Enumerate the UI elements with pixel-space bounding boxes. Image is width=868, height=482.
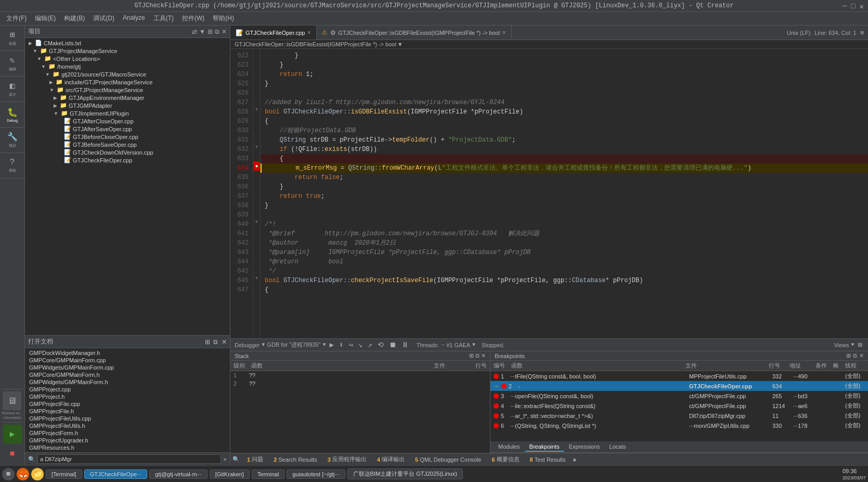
close-button[interactable]: ✕ [860, 2, 864, 11]
bp-row-selected[interactable]: →2 - GTJCheckFileOper.cpp 634 (全部) [490, 381, 868, 391]
dbg-stepover-btn[interactable]: ↪ [347, 340, 354, 350]
stack-row[interactable]: 2 ?? [230, 379, 490, 388]
help-icon-btn[interactable]: ? 帮助 [3, 156, 22, 175]
fold-arrow[interactable]: ▼ [255, 107, 258, 112]
bp-action2[interactable]: ⧉ [853, 352, 857, 359]
bp-row[interactable]: 5 ···ar_t*, std::vector<wchar_t *>&) Dll… [490, 411, 868, 421]
open-doc-item[interactable]: GMPWidgets/GMPMainForm.h [25, 378, 230, 386]
open-doc-item[interactable]: GMPDockWidgetManager.h [25, 349, 230, 357]
open-doc-item[interactable]: GMPResources.h [25, 444, 230, 451]
dbg-stepin-btn[interactable]: ↘ [357, 340, 364, 350]
bp-row[interactable]: 6 ···(QString, QString, QStringList *) ·… [490, 421, 868, 430]
bottom-tab-summary[interactable]: 6 概要信息 [486, 454, 524, 465]
taskbar-terminal2[interactable]: Terminal [252, 470, 285, 479]
tree-item-gtjaftercloseoper[interactable]: ▶ 📝 GTJAfterCloseOper.cpp [25, 117, 230, 125]
maximize-button[interactable]: □ [851, 2, 855, 11]
open-doc-item[interactable]: GMPProjectFile.cpp [25, 400, 230, 408]
tab-close-btn[interactable]: ✕ [307, 30, 311, 35]
tree-item-cmakelists[interactable]: ▶ 📄 CMakeLists.txt [25, 39, 230, 47]
design-icon-btn[interactable]: ◧ 设计 [3, 80, 22, 98]
menu-item-e[interactable]: 编辑(E) [31, 13, 60, 24]
firefox-icon[interactable]: 🦊 [17, 468, 29, 480]
stack-actions[interactable]: ⊞ ⧉ ✕ [469, 352, 486, 359]
file-tree-content[interactable]: ▶ 📄 CMakeLists.txt ▼ 📁 GTJProjectManageS… [25, 38, 230, 335]
fold-arrow[interactable]: ▼ [255, 220, 258, 225]
tree-item-gtjappenvironment[interactable]: ▶ 📁 GTJAppEnvironmentManager [25, 94, 230, 102]
open-doc-item[interactable]: GMPProjectUpgrader.h [25, 437, 230, 444]
tree-item-homegtj[interactable]: ▼ 📁 /home/gtj [25, 62, 230, 70]
bottom-tab-appout[interactable]: 3 应用程序输出 [322, 454, 372, 465]
expand-editor-icon[interactable]: ⊞ [860, 29, 864, 36]
tree-item-otherlocations[interactable]: ▼ 📁 <Other Locations> [25, 55, 230, 62]
expand-icon[interactable]: ⊞ [208, 28, 213, 35]
stop-button[interactable]: ■ [3, 445, 22, 463]
sys-menu-icon[interactable]: ⊞ [2, 468, 15, 480]
open-docs-close[interactable]: ✕ [222, 338, 227, 346]
tree-item-gtjcheckfileoper[interactable]: ▶ 📝 GTJCheckFileOper.cpp [25, 156, 230, 164]
taskbar-terminal[interactable]: [Terminal] [46, 470, 82, 479]
tree-item-gtjimplementuiplugin[interactable]: ▼ 📁 GTJImplementUIPlugin [25, 109, 230, 117]
menu-item-h[interactable]: 帮助(H) [209, 13, 238, 24]
open-doc-item[interactable]: GMPCore/GMPMainForm.cpp [25, 357, 230, 364]
tree-item-gtjprojectmanageservice[interactable]: ▼ 📁 GTJProjectManageService [25, 47, 230, 55]
gdb-dropdown[interactable]: ▼ [323, 342, 326, 348]
bp-tab-modules[interactable]: Modules [494, 442, 525, 452]
bottom-tab-buildout[interactable]: 4 编译输出 [372, 454, 410, 465]
stack-row[interactable]: 1 ?? [230, 371, 490, 379]
menu-item-f[interactable]: 文件(F) [2, 13, 31, 24]
tree-item-gtjgmpadapter[interactable]: ▶ 📁 GTJGMPAdapter [25, 102, 230, 109]
menu-item-b[interactable]: 构建(B) [60, 13, 89, 24]
views-label[interactable]: Views [834, 342, 849, 348]
tree-item-gtjbeforesaveoper[interactable]: ▶ 📝 GTJBeforeSaveOper.cpp [25, 141, 230, 148]
dbg-step-btn[interactable]: ⬇ [338, 340, 345, 350]
open-doc-item[interactable]: GMPProjectFile.h [25, 408, 230, 415]
open-docs-action1[interactable]: ⊞ [205, 338, 210, 346]
close-panel-icon[interactable]: ✕ [222, 28, 227, 35]
bottom-tab-issues[interactable]: 1 问题 [242, 454, 268, 465]
threads-arrow[interactable]: → [441, 342, 444, 348]
bottom-tab-search[interactable]: 2 Search Results [268, 455, 322, 464]
bp-tab-breakpoints[interactable]: Breakpoints [525, 442, 564, 452]
float-icon[interactable]: ⧉ [215, 28, 219, 35]
taskbar-gitkraken[interactable]: [GitKraken] [210, 470, 250, 479]
filter-icon[interactable]: ▼ [199, 28, 205, 35]
breakpoints-content[interactable]: 1 ···tFile(QString const&, bool, bool) M… [490, 371, 868, 441]
tree-item-src[interactable]: ▼ 📁 src/GTJProjectManageService [25, 86, 230, 94]
sync-icon[interactable]: ⇄ [192, 28, 197, 35]
bp-row[interactable]: 1 ···tFile(QString const&, bool, bool) M… [490, 371, 868, 381]
bottom-tab-expand[interactable]: ▲ [571, 456, 579, 463]
fold-arrow[interactable]: ▼ [255, 276, 258, 281]
open-doc-item[interactable]: GMPCore/GMPMainForm.h [25, 371, 230, 378]
menu-item-w[interactable]: 控件(W) [178, 13, 209, 24]
open-doc-item[interactable]: GMPProjectForm.h [25, 429, 230, 437]
taskbar-gtj2025[interactable]: 广联达BIM土建计量平台 GTJ2025(Linux) [347, 468, 463, 479]
dbg-interrupt-btn[interactable]: ⏸ [400, 340, 410, 350]
welcome-icon-btn[interactable]: ⊞ 欢迎 [3, 29, 22, 47]
bp-close[interactable]: ✕ [859, 352, 864, 359]
bp-tab-locals[interactable]: Locals [605, 442, 631, 452]
open-doc-item[interactable]: GMPProject.h [25, 393, 230, 400]
bp-tab-expressions[interactable]: Expressions [564, 442, 605, 452]
release-info-icon[interactable]: 🖥 [3, 391, 21, 410]
tree-item-gtj2021source[interactable]: ▼ 📁 gtj2021/source/GTJMacroService [25, 70, 230, 78]
dbg-reset-btn[interactable]: ⟲ [376, 340, 385, 350]
debug-icon-btn[interactable]: 🐛 Debug [3, 105, 22, 124]
open-docs-action2[interactable]: ⧉ [213, 338, 218, 346]
taskbar-gtjvirtual[interactable]: gtj@gtj-virtual-m··· [149, 470, 207, 479]
tree-item-gtjcheckdownoldversion[interactable]: ▶ 📝 GTJCheckDownOldVersion.cpp [25, 148, 230, 156]
tab-close-btn[interactable]: ✕ [502, 30, 506, 35]
taskbar-gtjcheckfileoper[interactable]: GTJCheckFileOpe··· [84, 470, 148, 479]
dbg-expand-btn[interactable]: ⊞ [857, 340, 864, 350]
dbg-stepout-btn[interactable]: ↗ [366, 340, 373, 350]
tree-item-include[interactable]: ▶ 📁 include/GTJProjectManageService [25, 78, 230, 86]
dbg-run-btn[interactable]: ▶ [328, 340, 335, 350]
bottom-tab-qml[interactable]: 5 QML Debugger Console [410, 455, 486, 464]
taskbar-guiautotest[interactable]: guiautotest [~/gtj··· [287, 470, 345, 479]
open-docs-header[interactable]: 打开文档 ⊞ ⧉ ✕ [25, 336, 230, 348]
tree-item-gtjbeforecloseoper[interactable]: ▶ 📝 GTJBeforeCloseOper.cpp [25, 133, 230, 141]
open-docs-content[interactable]: GMPDockWidgetManager.h GMPCore/GMPMainFo… [25, 348, 230, 452]
tree-item-gtjaftersaveoper[interactable]: ▶ 📝 GTJAfterSaveOper.cpp [25, 125, 230, 133]
open-doc-item[interactable]: GMPProjectFileUtils.cpp [25, 415, 230, 422]
bp-row[interactable]: 3 ···openFile(QString const&, bool) ct/G… [490, 391, 868, 401]
search-input[interactable] [37, 454, 221, 464]
